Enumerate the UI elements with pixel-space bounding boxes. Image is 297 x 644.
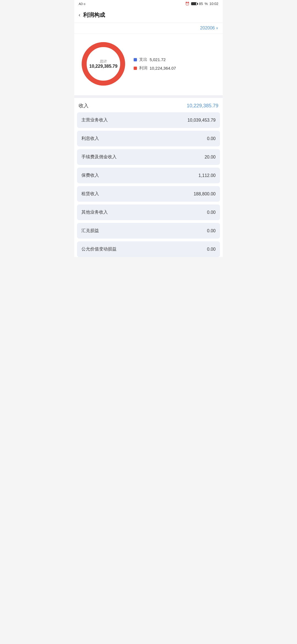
item-value: 1,112.00 — [199, 173, 216, 178]
item-name: 公允价值变动损益 — [81, 246, 117, 252]
income-label: 收入 — [79, 102, 89, 109]
battery-icon — [191, 2, 197, 5]
list-item[interactable]: 主营业务收入 10,039,453.79 — [77, 112, 220, 128]
item-value: 0.00 — [207, 136, 216, 141]
item-name: 租赁收入 — [81, 191, 99, 197]
item-name: 主营业务收入 — [81, 117, 108, 123]
list-item[interactable]: 租赁收入 188,800.00 — [77, 186, 220, 202]
battery-percent: 85 — [199, 2, 203, 6]
list-item[interactable]: 汇兑损益 0.00 — [77, 223, 220, 239]
list-item[interactable]: 保费收入 1,112.00 — [77, 168, 220, 183]
period-bar: 202006 ∨ — [74, 23, 223, 34]
legend-val-expense: 5,021.72 — [150, 57, 166, 62]
legend-dot-expense — [134, 58, 137, 61]
donut-chart: 总计 10,229,385.79 — [79, 39, 128, 89]
donut-label: 总计 — [89, 59, 117, 64]
time-display: 10:02 — [209, 2, 218, 6]
legend-val-profit: 10,224,364.07 — [150, 66, 176, 70]
page-header: ‹ 利润构成 — [74, 7, 223, 23]
item-name: 汇兑损益 — [81, 228, 99, 234]
status-right: ⏰ 85% 10:02 — [185, 2, 218, 6]
list-item[interactable]: 其他业务收入 0.00 — [77, 204, 220, 220]
list-item[interactable]: 公允价值变动损益 0.00 — [77, 241, 220, 257]
item-value: 0.00 — [207, 228, 216, 233]
item-name: 保费收入 — [81, 173, 99, 178]
item-value: 188,800.00 — [194, 192, 216, 197]
item-name: 手续费及佣金收入 — [81, 154, 117, 160]
donut-value: 10,229,385.79 — [89, 64, 117, 69]
back-button[interactable]: ‹ — [79, 12, 80, 18]
status-left-text: AD o — [79, 2, 85, 6]
legend-name-expense: 支出 — [139, 57, 147, 62]
item-value: 0.00 — [207, 210, 216, 215]
status-left: AD o — [79, 2, 85, 6]
income-header: 收入 10,229,385.79 — [74, 98, 223, 112]
chevron-down-icon: ∨ — [216, 26, 218, 30]
item-value: 10,039,453.79 — [188, 118, 216, 123]
item-value: 0.00 — [207, 247, 216, 252]
section-divider — [74, 95, 223, 98]
item-name: 利息收入 — [81, 136, 99, 141]
chart-legend: 支出 5,021.72 利润 10,224,364.07 — [128, 57, 218, 71]
legend-dot-profit — [134, 67, 137, 70]
items-list: 主营业务收入 10,039,453.79 利息收入 0.00 手续费及佣金收入 … — [74, 112, 223, 257]
list-item[interactable]: 手续费及佣金收入 20.00 — [77, 149, 220, 165]
legend-name-profit: 利润 — [139, 66, 147, 71]
income-total: 10,229,385.79 — [187, 103, 218, 109]
donut-center: 总计 10,229,385.79 — [89, 59, 117, 69]
period-value: 202006 — [200, 26, 215, 31]
period-selector[interactable]: 202006 ∨ — [200, 26, 218, 31]
chart-section: 总计 10,229,385.79 支出 5,021.72 利润 10,224,3… — [74, 34, 223, 95]
status-bar: AD o ⏰ 85% 10:02 — [74, 0, 223, 7]
alarm-icon: ⏰ — [185, 2, 189, 6]
list-item[interactable]: 利息收入 0.00 — [77, 131, 220, 146]
legend-item-expense: 支出 5,021.72 — [134, 57, 218, 62]
item-value: 20.00 — [205, 155, 216, 160]
legend-item-profit: 利润 10,224,364.07 — [134, 66, 218, 71]
item-name: 其他业务收入 — [81, 209, 108, 215]
page-title: 利润构成 — [83, 11, 105, 19]
